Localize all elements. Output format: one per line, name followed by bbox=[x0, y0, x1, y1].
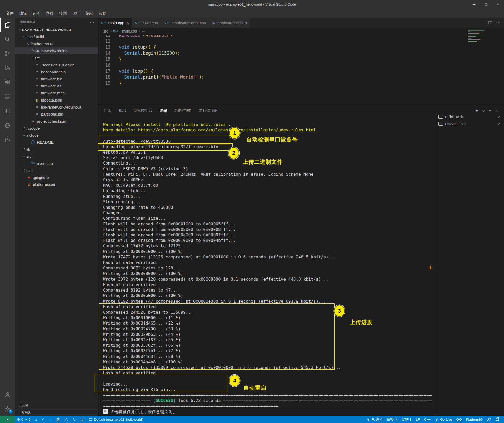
tree-item[interactable]: .vscode bbox=[15, 125, 98, 132]
timeline-section[interactable]: 时间线 bbox=[15, 409, 98, 416]
editor-tab-main-cpp[interactable]: C++main.cpp× bbox=[98, 18, 132, 28]
tree-item[interactable]: ≡partitions.bin bbox=[15, 111, 98, 118]
menu-item[interactable]: 转到 bbox=[56, 9, 69, 18]
pio-build-button[interactable]: ✓ bbox=[39, 416, 46, 423]
tree-item[interactable]: ≡firmware.bin bbox=[15, 75, 98, 83]
close-tab-icon[interactable]: × bbox=[127, 21, 129, 25]
menu-item[interactable]: 选择 bbox=[30, 9, 43, 18]
activity-settings[interactable]: 1 bbox=[0, 401, 15, 416]
platformio-alien-icon bbox=[4, 122, 11, 129]
pio-clean-button[interactable] bbox=[54, 416, 62, 423]
activity-source-control[interactable] bbox=[0, 46, 15, 61]
tree-item[interactable]: FrameworkArduino bbox=[15, 47, 98, 54]
panel-tab-item[interactable]: 问题 bbox=[104, 105, 111, 116]
tree-item[interactable]: {}idedata.json bbox=[15, 97, 98, 104]
minimap[interactable] bbox=[467, 29, 493, 62]
activity-platformio[interactable] bbox=[0, 118, 15, 132]
panel-tab-active[interactable]: 终端 bbox=[160, 105, 167, 116]
menu-item[interactable]: 帮助 bbox=[96, 9, 109, 18]
tree-item[interactable]: ≡.sconsign310.dblite bbox=[15, 61, 98, 68]
terminal-line: Warning! Please install `99-platformio-u… bbox=[103, 122, 432, 127]
breadcrumb-file[interactable]: main.cpp bbox=[122, 29, 137, 33]
tree-item[interactable]: ≡bootloader.bin bbox=[15, 68, 98, 75]
tree-item[interactable]: ≡project.checksum bbox=[15, 118, 98, 125]
language-mode[interactable]: C++ bbox=[422, 416, 433, 423]
pio-serial-monitor-button[interactable] bbox=[70, 416, 78, 423]
tree-item[interactable]: ≡firmware.elf bbox=[15, 83, 98, 90]
tree-item[interactable]: test bbox=[15, 167, 98, 174]
menu-item[interactable]: 查看 bbox=[43, 9, 56, 18]
minimize-button[interactable]: ─ bbox=[468, 0, 480, 9]
editor-tab-hardwareserial-cpp[interactable]: C++HardwareSerial.cpp bbox=[161, 18, 209, 28]
tree-item[interactable]: include bbox=[15, 132, 98, 139]
sidebar-more-actions[interactable]: ··· bbox=[90, 20, 94, 24]
tree-item[interactable]: EXAMPLE01_HELLOWORLD bbox=[15, 26, 98, 33]
menu-item[interactable]: 文件 bbox=[3, 9, 16, 18]
breadcrumb-more[interactable]: ⋯ bbox=[142, 29, 145, 33]
encoding[interactable]: UTF-8 bbox=[399, 416, 413, 423]
cursor-position[interactable]: 行 8, 列 4 bbox=[365, 416, 384, 423]
menu-item[interactable]: 编辑 bbox=[16, 9, 30, 18]
pio-upload-button[interactable]: → bbox=[46, 416, 54, 423]
notifications-button[interactable] bbox=[493, 416, 501, 423]
file-file-icon: ≡ bbox=[30, 119, 36, 123]
activity-explorer[interactable] bbox=[0, 18, 15, 32]
tree-item[interactable]: featheresp32 bbox=[15, 40, 98, 47]
task-item-upload[interactable]: >UploadTask✓ bbox=[436, 120, 504, 127]
pio-home-button[interactable]: ⌂ bbox=[33, 416, 39, 423]
panel-tab-item[interactable]: 输出 bbox=[119, 105, 126, 116]
file-file-icon: ≡ bbox=[35, 112, 40, 116]
activity-account[interactable] bbox=[0, 387, 15, 401]
panel-tab-item[interactable]: JUPYTER bbox=[175, 105, 192, 116]
tree-item[interactable]: src bbox=[15, 153, 98, 160]
activity-task-runner[interactable] bbox=[0, 104, 15, 118]
indentation[interactable]: 空格: 2 bbox=[384, 416, 399, 423]
activity-run-debug[interactable] bbox=[0, 61, 15, 75]
tree-item[interactable]: C++main.cpp bbox=[15, 160, 98, 167]
tree-item[interactable]: ≡libFrameworkArduino.a bbox=[15, 104, 98, 111]
tree-item[interactable]: ◆.gitignore bbox=[15, 174, 98, 181]
pio-test-button[interactable] bbox=[62, 416, 70, 423]
tree-item[interactable]: ⓘREADME bbox=[15, 139, 98, 146]
activity-remote-explorer[interactable] bbox=[0, 89, 15, 104]
code-editor[interactable]: 11#include <Arduino.h>1213void setup() {… bbox=[98, 35, 504, 105]
terminal-scrollbar-marker[interactable] bbox=[430, 266, 431, 269]
menu-item[interactable]: 运行 bbox=[69, 9, 83, 18]
tree-item[interactable]: lib bbox=[15, 146, 98, 153]
editor-tab-hardwareserial-h[interactable]: CHardwareSerial.h bbox=[209, 18, 250, 28]
editor-tab-print-cpp[interactable]: C++Print.cpp bbox=[132, 18, 161, 28]
terminal-output[interactable]: Warning! Please install `99-platformio-u… bbox=[103, 122, 432, 415]
go-live-button[interactable]: Go Live bbox=[433, 416, 454, 423]
more-actions-icon[interactable]: ··· bbox=[496, 20, 500, 25]
activity-extensions[interactable] bbox=[0, 75, 15, 89]
new-terminal-icon[interactable]: + bbox=[475, 108, 478, 113]
terminal-dropdown-icon[interactable] bbox=[482, 109, 485, 111]
maximize-panel-icon[interactable] bbox=[489, 110, 492, 112]
tree-item[interactable]: src bbox=[15, 54, 98, 61]
panel-tab-item[interactable]: 串行监视器 bbox=[199, 105, 218, 116]
split-editor-icon[interactable] bbox=[488, 21, 493, 25]
outline-section[interactable]: 大纲 bbox=[15, 402, 98, 409]
tree-item[interactable]: .pio / build bbox=[15, 33, 98, 40]
feedback-button[interactable] bbox=[485, 416, 493, 423]
menu-item[interactable]: 终端 bbox=[83, 9, 96, 18]
activity-linux-toolchain[interactable] bbox=[0, 132, 15, 147]
platformio-status[interactable]: PlatformIO bbox=[464, 416, 485, 423]
tree-item[interactable]: ⚙platformio.ini bbox=[15, 181, 98, 188]
file-tree: EXAMPLE01_HELLOWORLD.pio / buildfeathere… bbox=[15, 26, 98, 188]
activity-search[interactable] bbox=[0, 32, 15, 46]
close-button[interactable]: × bbox=[492, 0, 504, 9]
close-panel-icon[interactable]: × bbox=[496, 108, 498, 113]
breadcrumb[interactable]: src C++ main.cpp ⋯ bbox=[98, 28, 504, 35]
remote-indicator[interactable]: >< bbox=[0, 416, 15, 423]
qq-extension[interactable]: QQ bbox=[454, 416, 464, 423]
eol-sequence[interactable]: LF bbox=[414, 416, 422, 423]
pio-terminal-button[interactable] bbox=[78, 416, 87, 423]
panel-tab-item[interactable]: 调试控制台 bbox=[133, 105, 152, 116]
tree-item[interactable]: ≡firmware.map bbox=[15, 90, 98, 97]
task-item-build[interactable]: >BuildTask✓ bbox=[436, 113, 504, 120]
problems-status[interactable]: ⊘0 △0 bbox=[15, 416, 33, 423]
pio-env-switcher[interactable]: Default (example01_helloworld) bbox=[87, 416, 145, 423]
breadcrumb-folder[interactable]: src bbox=[103, 29, 108, 33]
maximize-button[interactable]: □ bbox=[480, 0, 492, 9]
